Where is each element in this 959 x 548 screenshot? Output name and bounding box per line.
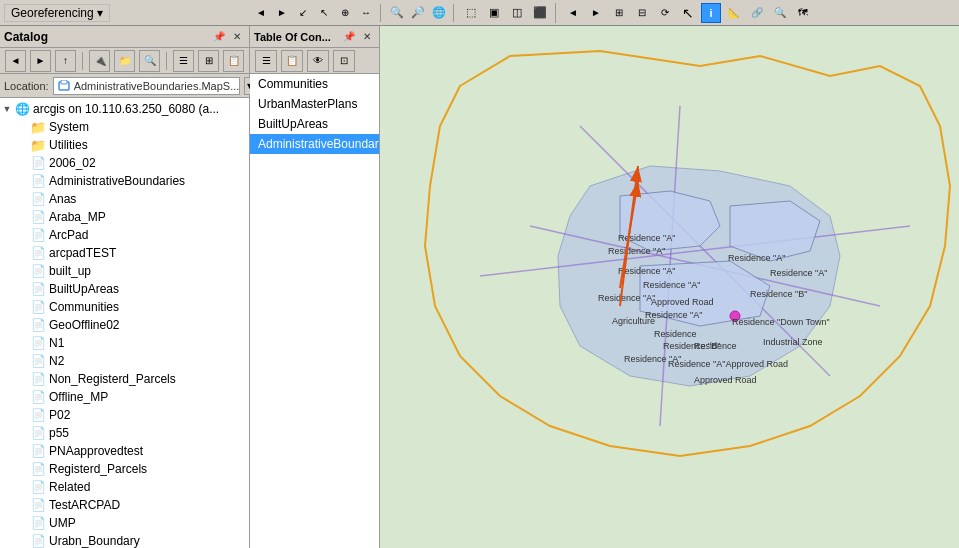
zoom-full[interactable]: 🌐 [430,4,448,22]
toc-btn-src[interactable]: 📋 [281,50,303,72]
tree-item[interactable]: 📄N1 [0,334,249,352]
tree-toggle-collapsed[interactable] [16,408,30,422]
tree-toggle-collapsed[interactable] [16,390,30,404]
toc-item[interactable]: UrbanMasterPlans [250,94,379,114]
nav-btn-1[interactable]: ◄ [252,4,270,22]
select-btn[interactable]: ⬚ [461,3,481,23]
cat-btn-connect[interactable]: 🔌 [89,50,110,72]
tree-item-label: UMP [49,516,76,530]
tree-item[interactable]: 📄UMP [0,514,249,532]
tree-toggle-collapsed[interactable] [16,228,30,242]
tree-toggle-collapsed[interactable] [16,318,30,332]
nav-btn-4[interactable]: ↖ [315,4,333,22]
zoom-in[interactable]: 🔍 [388,4,406,22]
tree-item[interactable]: 📁System [0,118,249,136]
tree-item[interactable]: 📄Related [0,478,249,496]
cat-btn-up[interactable]: ↑ [55,50,76,72]
tree-item[interactable]: 📄Anas [0,190,249,208]
toc-item[interactable]: Communities [250,74,379,94]
cat-btn-search[interactable]: 🔍 [139,50,160,72]
catalog-pin[interactable]: 📌 [211,29,227,45]
tree-toggle-collapsed[interactable] [16,156,30,170]
nav-btn-3[interactable]: ↙ [294,4,312,22]
tree-toggle-collapsed[interactable] [16,372,30,386]
identify-btn[interactable]: i [701,3,721,23]
nav-btn-5[interactable]: ⊕ [336,4,354,22]
tree-item[interactable]: 📄AdministrativeBoundaries [0,172,249,190]
cat-btn-list[interactable]: ☰ [173,50,194,72]
zoom-out[interactable]: 🔎 [409,4,427,22]
tree-item[interactable]: 📄p55 [0,424,249,442]
toc-close[interactable]: ✕ [359,29,375,45]
tree-toggle-collapsed[interactable] [16,480,30,494]
tree-toggle-collapsed[interactable] [16,516,30,530]
tree-toggle-collapsed[interactable] [16,138,30,152]
georeferencing-menu[interactable]: Georeferencing ▾ [4,4,110,22]
cat-btn-back[interactable]: ◄ [5,50,26,72]
toc-pin[interactable]: 📌 [341,29,357,45]
tree-toggle-collapsed[interactable] [16,210,30,224]
tree-item-label: 2006_02 [49,156,96,170]
action-btn-4[interactable]: ⊟ [632,3,652,23]
tree-item[interactable]: 📄Communities [0,298,249,316]
tree-toggle-collapsed[interactable] [16,444,30,458]
tree-toggle-collapsed[interactable] [16,264,30,278]
catalog-tree[interactable]: ▼🌐arcgis on 10.110.63.250_6080 (a... 📁Sy… [0,98,249,548]
tree-item[interactable]: ▼🌐arcgis on 10.110.63.250_6080 (a... [0,100,249,118]
find-btn[interactable]: 🔍 [770,3,790,23]
select-btn-3[interactable]: ◫ [507,3,527,23]
tree-item[interactable]: 📄Offline_MP [0,388,249,406]
cat-btn-fwd[interactable]: ► [30,50,51,72]
action-btn-1[interactable]: ◄ [563,3,583,23]
tree-item[interactable]: 📄2006_02 [0,154,249,172]
tree-item[interactable]: 📄built_up [0,262,249,280]
select-btn-4[interactable]: ⬛ [530,3,550,23]
cat-btn-folder[interactable]: 📁 [114,50,135,72]
cat-btn-thumb[interactable]: ⊞ [198,50,219,72]
tree-item[interactable]: 📄BuiltUpAreas [0,280,249,298]
map-area[interactable]: Residence "A" Residence "A" Residence "A… [380,26,959,548]
tree-toggle-collapsed[interactable] [16,462,30,476]
tree-item[interactable]: 📄TestARCPAD [0,496,249,514]
nav-btn-2[interactable]: ► [273,4,291,22]
tree-toggle-collapsed[interactable] [16,282,30,296]
toc-btn-sel[interactable]: ⊡ [333,50,355,72]
toc-btn-vis[interactable]: 👁 [307,50,329,72]
map-btn[interactable]: 🗺 [793,3,813,23]
tree-item[interactable]: 📄GeoOffline02 [0,316,249,334]
tree-item[interactable]: 📄arcpadTEST [0,244,249,262]
tree-toggle-expanded[interactable]: ▼ [0,102,14,116]
measure-btn[interactable]: 📐 [724,3,744,23]
tree-toggle-collapsed[interactable] [16,192,30,206]
tree-toggle-collapsed[interactable] [16,300,30,314]
tree-toggle-collapsed[interactable] [16,120,30,134]
tree-item[interactable]: 📄Urabn_Boundary [0,532,249,548]
toc-item[interactable]: BuiltUpAreas [250,114,379,134]
action-btn-2[interactable]: ► [586,3,606,23]
tree-item[interactable]: 📄Registerd_Parcels [0,460,249,478]
tree-toggle-collapsed[interactable] [16,246,30,260]
tree-item[interactable]: 📄Araba_MP [0,208,249,226]
cat-btn-details[interactable]: 📋 [223,50,244,72]
action-btn-3[interactable]: ⊞ [609,3,629,23]
tree-item[interactable]: 📄ArcPad [0,226,249,244]
tree-item[interactable]: 📁Utilities [0,136,249,154]
nav-btn-6[interactable]: ↔ [357,4,375,22]
tree-item[interactable]: 📄N2 [0,352,249,370]
tree-item[interactable]: 📄PNAapprovedtest [0,442,249,460]
tree-toggle-collapsed[interactable] [16,426,30,440]
toc-item[interactable]: AdministrativeBoundarie... [250,134,379,154]
catalog-close[interactable]: ✕ [229,29,245,45]
hyperlink-btn[interactable]: 🔗 [747,3,767,23]
tree-toggle-collapsed[interactable] [16,336,30,350]
action-btn-6[interactable]: ↖ [678,3,698,23]
action-btn-5[interactable]: ⟳ [655,3,675,23]
tree-toggle-collapsed[interactable] [16,534,30,548]
tree-item[interactable]: 📄P02 [0,406,249,424]
tree-toggle-collapsed[interactable] [16,174,30,188]
toc-btn-list[interactable]: ☰ [255,50,277,72]
tree-toggle-collapsed[interactable] [16,354,30,368]
select-btn-2[interactable]: ▣ [484,3,504,23]
tree-item[interactable]: 📄Non_Registerd_Parcels [0,370,249,388]
tree-toggle-collapsed[interactable] [16,498,30,512]
